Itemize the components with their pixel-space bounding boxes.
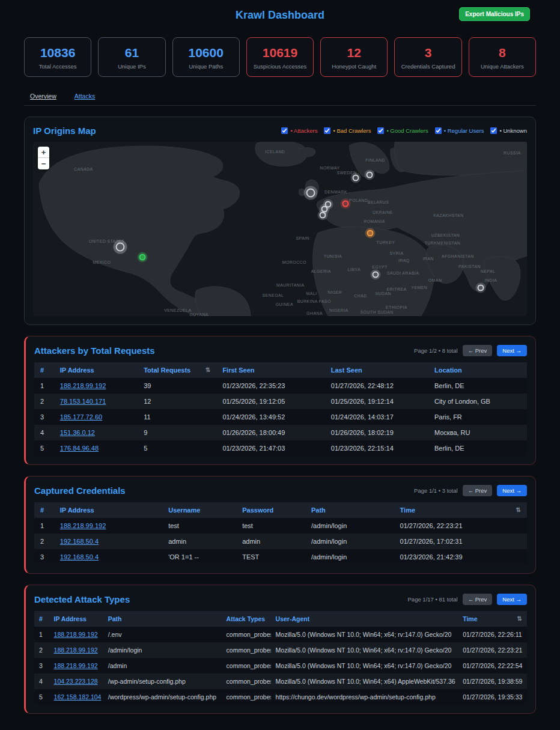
tab-attacks[interactable]: Attacks xyxy=(75,93,95,100)
credentials-panel: Captured Credentials Page 1/1 • 3 total … xyxy=(24,476,536,574)
ip-link[interactable]: 185.177.72.60 xyxy=(60,413,102,421)
cell-attack-types: common_probes xyxy=(222,674,271,689)
map-marker-bad[interactable] xyxy=(367,230,374,236)
next-button[interactable]: Next → xyxy=(497,345,527,356)
cell-num: 4 xyxy=(34,425,54,440)
tab-overview[interactable]: Overview xyxy=(30,93,56,100)
cell-location: Paris, FR xyxy=(428,409,527,425)
map-marker-unknown[interactable] xyxy=(352,175,359,181)
sort-icon[interactable]: ⇅ xyxy=(516,506,521,513)
cell-num: 1 xyxy=(34,627,49,642)
cell-num: 2 xyxy=(34,394,54,409)
legend-item-attackers: • Attackers xyxy=(281,127,317,134)
map-marker-unknown[interactable] xyxy=(366,172,373,178)
cell-path: /admin/login xyxy=(305,518,394,534)
cell-first-seen: 01/23/2026, 21:47:03 xyxy=(216,440,324,456)
column-header-username: Username xyxy=(162,502,236,518)
prev-button[interactable]: ← Prev xyxy=(463,345,493,356)
ip-link[interactable]: 188.218.99.192 xyxy=(60,382,106,389)
legend-checkbox-regular-users[interactable] xyxy=(435,127,442,134)
ip-link[interactable]: 188.218.99.192 xyxy=(54,662,98,669)
column-header-time[interactable]: Time⇅ xyxy=(458,611,527,627)
legend-checkbox-bad-crawlers[interactable] xyxy=(324,127,330,134)
ip-link[interactable]: 188.218.99.192 xyxy=(60,522,106,529)
column-header-last-seen: Last Seen xyxy=(325,362,428,378)
column-header-password: Password xyxy=(236,502,305,518)
cell-ip-address: 188.218.99.192 xyxy=(49,627,103,642)
table-row: 3192.168.50.4'OR 1=1 --TEST/admin/login0… xyxy=(34,549,527,565)
cell-path: /.env xyxy=(103,627,222,642)
ip-link[interactable]: 104.23.223.128 xyxy=(54,678,98,685)
map-marker-unknown[interactable] xyxy=(319,212,326,219)
attackers-panel-title: Attackers by Total Requests xyxy=(34,345,155,356)
sort-icon[interactable]: ⇅ xyxy=(205,367,210,373)
map-marker-unknown[interactable] xyxy=(477,285,484,291)
ip-link[interactable]: 188.218.99.192 xyxy=(54,631,98,638)
legend-checkbox-attackers[interactable] xyxy=(281,127,288,134)
attack-types-panel-title: Detected Attack Types xyxy=(34,594,130,604)
next-button[interactable]: Next → xyxy=(497,594,527,605)
cell-time: 01/27/2026, 22:23:21 xyxy=(394,518,527,534)
map-panel-header: IP Origins Map • Attackers• Bad Crawlers… xyxy=(33,126,527,136)
sort-icon[interactable]: ⇅ xyxy=(517,615,522,622)
cell-num: 1 xyxy=(34,378,54,394)
map-marker-unknown[interactable] xyxy=(306,188,315,197)
ip-link[interactable]: 192.168.50.4 xyxy=(60,553,99,561)
ip-link[interactable]: 78.153.140.171 xyxy=(60,398,106,405)
cell-location: Berlin, DE xyxy=(428,440,527,456)
map-legend: • Attackers• Bad Crawlers• Good Crawlers… xyxy=(281,127,527,134)
column-header-ip-address: IP Address xyxy=(54,502,162,518)
map-marker-good[interactable] xyxy=(139,254,146,260)
cell-ip-address: 185.177.72.60 xyxy=(54,409,138,425)
column-header-total-requests[interactable]: Total Requests⇅ xyxy=(138,362,216,378)
cell-first-seen: 01/26/2026, 18:00:49 xyxy=(216,425,324,440)
page-info: Page 1/2 • 8 total xyxy=(414,347,458,354)
map-marker-unknown[interactable] xyxy=(115,242,124,251)
column-header-ip-address: IP Address xyxy=(54,362,138,378)
cell-path: /admin xyxy=(103,658,222,674)
stats-row: 10836Total Accesses61Unique IPs10600Uniq… xyxy=(24,37,536,77)
map-marker-attacker[interactable] xyxy=(342,200,349,207)
stat-label: Unique Attackers xyxy=(472,63,533,70)
cell-total-requests: 9 xyxy=(138,425,216,440)
attack-types-table: #IP AddressPathAttack TypesUser-AgentTim… xyxy=(34,611,527,705)
next-button[interactable]: Next → xyxy=(497,485,527,496)
export-malicious-ips-button[interactable]: Export Malicious IPs xyxy=(459,7,530,21)
column-header-num: # xyxy=(34,611,49,627)
stat-value: 10836 xyxy=(27,46,88,60)
legend-label: • Regular Users xyxy=(444,127,484,134)
legend-checkbox-unknown[interactable] xyxy=(490,127,497,134)
ip-link[interactable]: 162.158.182.104 xyxy=(54,693,102,701)
column-header-path: Path xyxy=(305,502,394,518)
stat-card-honeypot-caught: 12Honeypot Caught xyxy=(320,37,388,77)
world-map[interactable]: CANADAICELANDRUSSIANORWAYSWEDENFINLANDUN… xyxy=(33,142,527,316)
stat-label: Honeypot Caught xyxy=(323,63,385,70)
ip-link[interactable]: 192.168.50.4 xyxy=(60,538,99,545)
ip-link[interactable]: 188.218.99.192 xyxy=(54,646,98,654)
page-info: Page 1/1 • 3 total xyxy=(414,487,458,494)
attackers-panel: Attackers by Total Requests Page 1/2 • 8… xyxy=(24,336,536,465)
cell-num: 4 xyxy=(34,674,49,689)
zoom-in-button[interactable]: + xyxy=(38,147,49,158)
prev-button[interactable]: ← Prev xyxy=(463,594,493,605)
cell-location: Berlin, DE xyxy=(428,378,527,394)
column-header-attack-types: Attack Types xyxy=(222,611,271,627)
stat-label: Unique IPs xyxy=(101,63,162,70)
ip-link[interactable]: 151.36.0.12 xyxy=(60,429,95,436)
cell-path: /wordpress/wp-admin/setup-config.php xyxy=(103,689,222,705)
cell-ip-address: 188.218.99.192 xyxy=(54,378,138,394)
prev-button[interactable]: ← Prev xyxy=(463,485,493,496)
legend-label: • Unknown xyxy=(499,127,527,134)
column-header-time[interactable]: Time⇅ xyxy=(394,502,527,518)
ip-link[interactable]: 176.84.96.48 xyxy=(60,445,99,452)
cell-last-seen: 01/27/2026, 22:48:12 xyxy=(325,378,428,394)
cell-ip-address: 162.158.182.104 xyxy=(49,689,103,705)
legend-checkbox-good-crawlers[interactable] xyxy=(377,127,384,134)
map-marker-unknown[interactable] xyxy=(372,271,379,278)
column-header-num: # xyxy=(34,362,54,378)
cell-total-requests: 39 xyxy=(138,378,216,394)
cell-user-agent: Mozilla/5.0 (Windows NT 10.0; Win64; x64… xyxy=(271,627,458,642)
zoom-out-button[interactable]: − xyxy=(38,158,49,169)
cell-time: 01/27/2026, 19:38:59 xyxy=(458,674,527,689)
column-header-num: # xyxy=(34,502,54,518)
